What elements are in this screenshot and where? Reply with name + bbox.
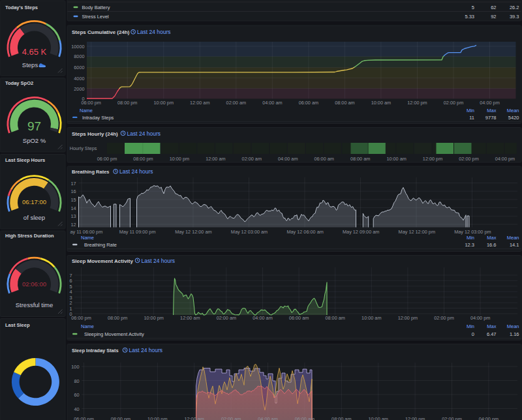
svg-text:10000: 10000 xyxy=(71,44,84,50)
svg-text:Last 24 hours: Last 24 hours xyxy=(137,29,171,35)
svg-text:0: 0 xyxy=(472,331,474,337)
svg-text:06:00 pm: 06:00 pm xyxy=(71,315,91,321)
svg-text:11: 11 xyxy=(469,115,474,121)
svg-text:10:00 am: 10:00 am xyxy=(371,100,391,106)
svg-text:of sleep: of sleep xyxy=(23,214,45,221)
svg-text:04:00 pm: 04:00 pm xyxy=(470,315,490,321)
svg-text:May 12 03:00 am: May 12 03:00 am xyxy=(231,229,268,235)
svg-text:Today's Steps: Today's Steps xyxy=(5,5,38,10)
svg-text:2000: 2000 xyxy=(74,86,84,92)
svg-text:Max: Max xyxy=(487,323,496,329)
svg-text:Hourly Steps: Hourly Steps xyxy=(70,145,97,151)
svg-text:1.16: 1.16 xyxy=(510,331,519,337)
svg-text:40: 40 xyxy=(74,406,79,412)
svg-text:12:00 am: 12:00 am xyxy=(184,416,204,420)
svg-text:Steps Cumulative (24h): Steps Cumulative (24h) xyxy=(72,29,130,35)
svg-text:Breathing Rate: Breathing Rate xyxy=(84,242,117,248)
svg-text:80: 80 xyxy=(74,378,79,384)
svg-text:12: 12 xyxy=(70,222,76,228)
svg-text:06:17:00: 06:17:00 xyxy=(22,198,46,205)
svg-text:Last 24 hours: Last 24 hours xyxy=(142,258,176,264)
svg-text:6000: 6000 xyxy=(74,65,84,70)
svg-text:Name: Name xyxy=(81,235,94,241)
svg-text:5420: 5420 xyxy=(508,115,519,121)
svg-text:02:00 am: 02:00 am xyxy=(226,100,246,106)
svg-text:May 12 03:00 pm: May 12 03:00 pm xyxy=(454,229,491,235)
svg-text:10:00 pm: 10:00 pm xyxy=(154,100,174,106)
svg-text:14.1: 14.1 xyxy=(510,242,519,248)
svg-text:08:00 am: 08:00 am xyxy=(335,100,354,106)
svg-text:04:00 pm: 04:00 pm xyxy=(495,156,515,162)
svg-text:Intraday Steps: Intraday Steps xyxy=(82,115,114,121)
svg-text:Today SpO2: Today SpO2 xyxy=(5,80,33,86)
svg-text:May 12 09:00 am: May 12 09:00 am xyxy=(343,229,379,235)
svg-text:May 12 12:00 pm: May 12 12:00 pm xyxy=(399,229,435,235)
svg-text:06:00 pm: 06:00 pm xyxy=(74,416,93,420)
svg-text:10:00 pm: 10:00 pm xyxy=(147,416,167,420)
svg-text:Name: Name xyxy=(80,108,93,113)
svg-text:Steps: Steps xyxy=(22,61,38,68)
svg-text:High Stress Duration: High Stress Duration xyxy=(5,233,54,239)
svg-text:Stress Level: Stress Level xyxy=(82,14,110,20)
svg-text:06:00 pm: 06:00 pm xyxy=(97,156,117,162)
svg-text:4000: 4000 xyxy=(74,76,84,82)
svg-text:04:00 am: 04:00 am xyxy=(262,100,282,106)
svg-text:10:00 pm: 10:00 pm xyxy=(144,315,163,321)
svg-text:10:00 am: 10:00 am xyxy=(386,156,406,162)
svg-text:08:00 pm: 08:00 pm xyxy=(117,100,137,106)
svg-text:04:00 pm: 04:00 pm xyxy=(480,100,499,106)
svg-text:10:00 am: 10:00 am xyxy=(368,416,388,420)
svg-text:Last Sleep: Last Sleep xyxy=(5,322,30,328)
svg-text:Stressful time: Stressful time xyxy=(16,301,54,308)
svg-text:02:00 pm: 02:00 pm xyxy=(444,100,463,106)
svg-text:Name: Name xyxy=(81,323,94,329)
svg-text:Body Battery: Body Battery xyxy=(82,5,110,10)
svg-text:08:00 pm: 08:00 pm xyxy=(133,156,153,162)
svg-text:06:00 am: 06:00 am xyxy=(295,416,315,420)
svg-text:97: 97 xyxy=(27,119,41,133)
svg-text:SpO2 %: SpO2 % xyxy=(23,137,46,144)
svg-text:13: 13 xyxy=(70,213,76,219)
svg-text:Sleep Intraday Stats: Sleep Intraday Stats xyxy=(72,348,119,353)
svg-text:12:00 pm: 12:00 pm xyxy=(407,100,427,106)
svg-text:06:00 am: 06:00 am xyxy=(289,315,309,321)
svg-text:12.3: 12.3 xyxy=(465,242,474,248)
svg-text:12:00 pm: 12:00 pm xyxy=(423,156,442,162)
svg-text:Min: Min xyxy=(467,235,474,241)
svg-text:08:00 pm: 08:00 pm xyxy=(111,416,130,420)
svg-text:12:00 am: 12:00 am xyxy=(206,156,225,162)
svg-text:May 11 09:00 pm: May 11 09:00 pm xyxy=(119,229,156,235)
svg-text:02:00 pm: 02:00 pm xyxy=(442,416,461,420)
svg-text:08:00 am: 08:00 am xyxy=(350,156,370,162)
svg-text:Last 24 hours: Last 24 hours xyxy=(129,347,163,353)
svg-text:Last 24 hours: Last 24 hours xyxy=(127,130,161,137)
svg-text:Mean: Mean xyxy=(507,235,519,241)
svg-text:9778: 9778 xyxy=(485,115,497,121)
svg-text:02:00 am: 02:00 am xyxy=(217,315,236,321)
svg-text:06:00 pm: 06:00 pm xyxy=(81,100,100,106)
svg-text:Mean: Mean xyxy=(507,108,519,113)
svg-text:12:00 pm: 12:00 pm xyxy=(398,315,418,321)
svg-text:02:00 am: 02:00 am xyxy=(242,156,262,162)
svg-text:06:00 am: 06:00 am xyxy=(314,156,333,162)
svg-text:08:00 pm: 08:00 pm xyxy=(108,315,127,321)
svg-text:14: 14 xyxy=(70,205,76,211)
svg-text:10:00 am: 10:00 am xyxy=(361,315,381,321)
svg-text:17: 17 xyxy=(70,181,76,187)
svg-text:ay 11 06:00 pm: ay 11 06:00 pm xyxy=(70,229,103,235)
svg-text:8000: 8000 xyxy=(74,53,84,59)
svg-text:4.65 K: 4.65 K xyxy=(22,47,47,57)
svg-text:06:00 am: 06:00 am xyxy=(299,100,318,106)
svg-text:Max: Max xyxy=(487,108,496,113)
svg-text:39.3: 39.3 xyxy=(510,14,519,20)
svg-text:16: 16 xyxy=(70,188,76,194)
svg-text:02:00 pm: 02:00 pm xyxy=(459,156,478,162)
svg-text:12:00 pm: 12:00 pm xyxy=(405,416,425,420)
svg-text:Max: Max xyxy=(487,235,496,241)
svg-text:100: 100 xyxy=(71,364,79,370)
svg-text:Last 24 hours: Last 24 hours xyxy=(119,168,153,175)
svg-text:Sleeping Movement Activity: Sleeping Movement Activity xyxy=(84,331,144,337)
svg-text:Min: Min xyxy=(467,323,474,329)
svg-text:02:00 am: 02:00 am xyxy=(221,416,241,420)
svg-text:62: 62 xyxy=(491,5,496,10)
